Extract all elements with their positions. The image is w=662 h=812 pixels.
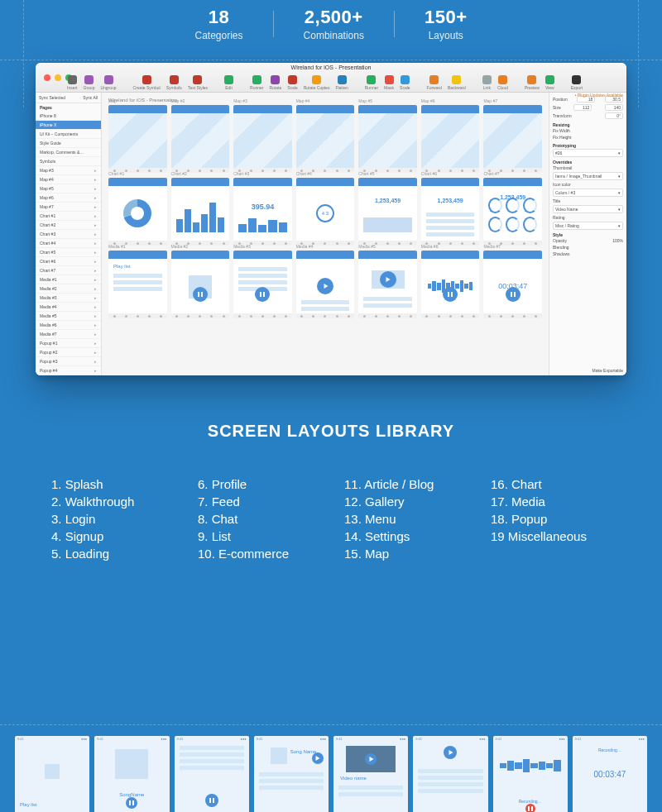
blending-label[interactable]: Blending	[553, 245, 568, 250]
toolbar[interactable]: InsertGroupUngroupCreate SymbolSymbolsTe…	[67, 75, 595, 90]
toolbar-cloud[interactable]: Cloud	[497, 75, 508, 90]
artboard[interactable]	[171, 178, 230, 246]
opacity-value[interactable]: 100%	[612, 238, 623, 243]
layer-item[interactable]: Map #6▸	[36, 193, 101, 203]
size-w[interactable]: 112	[573, 104, 592, 111]
toolbar-rotate-copies[interactable]: Rotate Copies	[304, 75, 330, 90]
toolbar-view[interactable]: View	[545, 75, 554, 90]
artboard[interactable]	[421, 105, 480, 173]
toolbar-scale[interactable]: Scale	[287, 75, 298, 90]
close-icon[interactable]	[44, 74, 50, 81]
layer-item[interactable]: Media #1▸	[36, 275, 101, 284]
toolbar-text-styles[interactable]: Text Styles	[188, 75, 208, 90]
artboard[interactable]	[483, 105, 542, 173]
layer-item[interactable]: Media #7▸	[36, 330, 101, 339]
artboard[interactable]	[108, 105, 167, 173]
artboard[interactable]	[296, 251, 355, 318]
make-exportable[interactable]: Make Exportable	[592, 368, 623, 373]
artboard[interactable]	[171, 105, 230, 173]
layer-item[interactable]: Media #5▸	[36, 312, 101, 321]
toolbar-runner[interactable]: Runner	[365, 75, 378, 90]
layer-item[interactable]: Map #4▸	[36, 175, 101, 184]
layer-item[interactable]: Media #4▸	[36, 303, 101, 312]
layer-item[interactable]: Map #7▸	[36, 203, 101, 212]
toolbar-backward[interactable]: Backward	[448, 75, 466, 90]
toolbar-rotate[interactable]: Rotate	[269, 75, 281, 90]
override-item[interactable]: Title	[553, 198, 623, 204]
artboard[interactable]	[171, 251, 230, 318]
artboard[interactable]	[421, 251, 480, 318]
layer-item[interactable]: Popup #3▸	[36, 357, 101, 366]
proto-select[interactable]: #26▾	[553, 149, 623, 157]
layer-item[interactable]: Chart #7▸	[36, 266, 101, 275]
artboard[interactable]	[296, 105, 355, 173]
layer-item[interactable]: Media #6▸	[36, 321, 101, 330]
override-item[interactable]: Items / Image_Thumbnail▾	[553, 172, 623, 180]
toolbar-link[interactable]: Link	[482, 75, 492, 90]
artboard[interactable]	[233, 251, 292, 318]
fix-height[interactable]: Fix Height	[553, 135, 572, 140]
page-item[interactable]: Symbols	[36, 157, 101, 166]
canvas[interactable]: Wireland for iOS - Presentation MapMap #…	[102, 93, 549, 375]
override-item[interactable]: Colors / #3▾	[553, 189, 623, 197]
layer-item[interactable]: Map #3▸	[36, 166, 101, 175]
toolbar-flatten[interactable]: Flatten	[335, 75, 348, 90]
artboard[interactable]	[108, 178, 167, 246]
layer-item[interactable]: Popup #4▸	[36, 366, 101, 375]
layer-item[interactable]: Chart #4▸	[36, 239, 101, 248]
page-item[interactable]: iPhone 8	[36, 112, 101, 121]
toolbar-runner[interactable]: Runner	[250, 75, 263, 90]
sync-all[interactable]: Sync All	[83, 95, 98, 100]
layer-item[interactable]: Chart #6▸	[36, 257, 101, 266]
toolbar-insert[interactable]: Insert	[67, 75, 78, 90]
rotate[interactable]: 0°	[605, 112, 623, 119]
sync-selected[interactable]: Sync Selected	[39, 95, 65, 100]
fix-width[interactable]: Fix Width	[553, 128, 570, 133]
layer-item[interactable]: Media #3▸	[36, 294, 101, 303]
size-h[interactable]: 140	[605, 104, 623, 111]
layer-item[interactable]: Media #2▸	[36, 284, 101, 294]
minimize-icon[interactable]	[55, 74, 61, 81]
inspector-panel[interactable]: Position 18 30.5 Size 112 140 Transform0…	[549, 93, 626, 375]
layer-item[interactable]: Popup #2▸	[36, 348, 101, 357]
artboard[interactable]	[358, 105, 417, 173]
plugin-banner[interactable]: • Plugin Updates Available	[575, 93, 623, 98]
layer-item[interactable]: Chart #5▸	[36, 248, 101, 257]
titlebar[interactable]: Wireland for iOS - Presentation InsertGr…	[36, 63, 626, 93]
page-item[interactable]: UI Kit – Components	[36, 130, 101, 139]
toolbar-ungroup[interactable]: Ungroup	[100, 75, 116, 90]
override-item[interactable]: Thumbnail	[553, 165, 623, 171]
toolbar-scale[interactable]: Scale	[400, 75, 410, 90]
layer-item[interactable]: Chart #1▸	[36, 212, 101, 221]
shadows-label[interactable]: Shadows	[553, 251, 570, 256]
artboard[interactable]: 1,253,459	[421, 178, 480, 246]
page-item[interactable]: Style Guide	[36, 139, 101, 148]
layer-item[interactable]: Map #5▸	[36, 184, 101, 193]
artboard[interactable]	[358, 251, 417, 318]
override-item[interactable]: Misc / Rating▾	[553, 222, 623, 230]
artboard[interactable]: 395.94	[233, 178, 292, 246]
page-item[interactable]: iPhone X	[36, 121, 101, 130]
artboard[interactable]: 1,253,459	[358, 178, 417, 246]
toolbar-create-symbol[interactable]: Create Symbol	[133, 75, 161, 90]
artboard[interactable]: Play list	[108, 251, 167, 318]
artboard[interactable]: 00:03:47	[483, 251, 542, 318]
toolbar-edit[interactable]: Edit	[224, 75, 233, 90]
toolbar-export[interactable]: Export	[571, 75, 583, 90]
override-item[interactable]: Video Name▾	[553, 205, 623, 213]
artboard[interactable]: 1,253,459	[483, 178, 542, 246]
toolbar-symbols[interactable]: Symbols	[166, 75, 182, 90]
artboard[interactable]	[233, 105, 292, 173]
layer-item[interactable]: Chart #3▸	[36, 230, 101, 239]
layers-panel[interactable]: Sync Selected Sync All Pages iPhone 8iPh…	[36, 93, 102, 375]
toolbar-preview[interactable]: Preview	[525, 75, 540, 90]
toolbar-mask[interactable]: Mask	[384, 75, 394, 90]
toolbar-forward[interactable]: Forward	[427, 75, 442, 90]
override-item[interactable]: Rating	[553, 214, 623, 221]
page-item[interactable]: Markup, Comments &…	[36, 148, 101, 157]
layer-item[interactable]: Chart #2▸	[36, 221, 101, 230]
override-item[interactable]: Icon color	[553, 181, 623, 188]
toolbar-group[interactable]: Group	[84, 75, 95, 90]
artboard[interactable]: 4.3	[296, 178, 355, 246]
layer-item[interactable]: Popup #1▸	[36, 339, 101, 348]
